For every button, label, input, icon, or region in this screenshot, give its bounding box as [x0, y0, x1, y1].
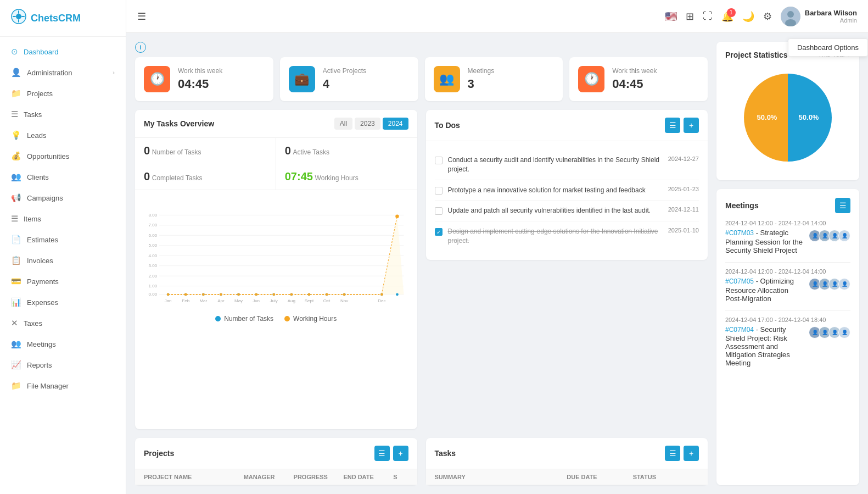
meeting-avatar: 👤	[838, 278, 850, 290]
meeting-date: 2024-12-04 12:00 - 2024-12-04 14:00	[725, 268, 850, 275]
todo-checkbox[interactable]	[435, 207, 443, 215]
meetings-side-card: Meetings ☰ 2024-12-04 12:00 - 2024-12-04…	[716, 189, 859, 485]
apps-grid-icon[interactable]: ⊞	[686, 10, 694, 23]
campaigns-icon: 📢	[11, 193, 21, 203]
notifications-icon[interactable]: 🔔 1	[721, 10, 733, 23]
stat-icon-meetings: 👥	[434, 66, 460, 92]
meeting-title: #C07M05 - Optimizing Resource Allocation…	[725, 277, 804, 303]
svg-text:8.00: 8.00	[148, 213, 157, 218]
meeting-avatar: 👤	[838, 326, 850, 338]
meeting-divider	[725, 262, 850, 263]
sidebar-item-label: Expenses	[27, 298, 58, 307]
svg-text:Oct: Oct	[323, 298, 331, 303]
filter-tab-2023[interactable]: 2023	[355, 118, 380, 130]
sidebar-item-file-manager[interactable]: 📁 File Manager	[0, 375, 126, 396]
projects-icon: 📁	[11, 88, 21, 98]
sidebar-item-items[interactable]: ☰ Items	[0, 208, 126, 229]
completed-tasks-label: Completed Tasks	[152, 174, 203, 182]
tasks-list-button[interactable]: ☰	[665, 446, 680, 461]
fullscreen-icon[interactable]: ⛶	[703, 10, 713, 22]
todo-date: 2024-12-27	[668, 156, 699, 162]
svg-text:Dec: Dec	[378, 298, 385, 303]
opportunities-icon: 💰	[11, 151, 21, 161]
hamburger-menu-button[interactable]: ☰	[137, 10, 146, 23]
svg-text:Mar: Mar	[199, 298, 207, 303]
meeting-avatar: 👤	[838, 230, 850, 242]
invoices-icon: 📋	[11, 256, 21, 265]
todo-text: Conduct a security audit and identify vu…	[448, 156, 663, 174]
svg-point-41	[220, 293, 222, 296]
settings-icon[interactable]: ⚙	[763, 10, 772, 23]
meeting-link[interactable]: #C07M05	[725, 277, 754, 285]
user-profile[interactable]: Barbara Wilson Admin	[781, 7, 857, 26]
sidebar-item-projects[interactable]: 📁 Projects	[0, 83, 126, 104]
active-tasks-label: Active Tasks	[293, 148, 329, 156]
filter-tab-all[interactable]: All	[334, 118, 352, 130]
projects-title: Projects	[144, 449, 174, 458]
sidebar-item-reports[interactable]: 📈 Reports	[0, 354, 126, 375]
sidebar-item-opportunities[interactable]: 💰 Opportunities	[0, 146, 126, 166]
svg-text:0.00: 0.00	[148, 292, 157, 297]
meeting-item: 2024-12-04 12:00 - 2024-12-04 14:00 #C07…	[725, 268, 850, 303]
svg-text:July: July	[270, 298, 278, 303]
svg-text:3.00: 3.00	[148, 263, 157, 268]
payments-icon: 💳	[11, 276, 21, 286]
todo-checkbox[interactable]	[435, 187, 443, 195]
sidebar-item-label: Items	[24, 215, 41, 223]
stat-label: Active Projects	[323, 67, 366, 75]
projects-table-header: Project Name Manager Progress End Date S	[135, 469, 417, 485]
sidebar-item-taxes[interactable]: ✕ Taxes	[0, 313, 126, 334]
svg-point-1	[16, 14, 21, 19]
active-tasks-value: 0	[285, 145, 291, 157]
sidebar-item-clients[interactable]: 👥 Clients	[0, 166, 126, 187]
svg-point-46	[308, 293, 311, 296]
meeting-link[interactable]: #C07M03	[725, 229, 754, 237]
right-side-panel: Project Statistics This Year ▾ 50.0%	[716, 42, 859, 485]
sidebar-item-expenses[interactable]: 📊 Expenses	[0, 292, 126, 313]
todos-list-button[interactable]: ☰	[665, 118, 680, 133]
sidebar-item-leads[interactable]: 💡 Leads	[0, 125, 126, 146]
todo-checkbox[interactable]	[435, 157, 443, 164]
todo-item: Conduct a security audit and identify vu…	[435, 150, 699, 180]
flag-icon[interactable]: 🇺🇸	[665, 10, 677, 23]
items-icon: ☰	[11, 214, 18, 224]
project-statistics-card: Project Statistics This Year ▾ 50.0%	[716, 42, 859, 180]
sidebar-item-estimates[interactable]: 📄 Estimates	[0, 229, 126, 250]
todo-checkbox-checked[interactable]: ✓	[435, 228, 443, 236]
chevron-right-icon: ›	[113, 69, 115, 76]
main-area: ☰ 🇺🇸 ⊞ ⛶ 🔔 1 🌙 ⚙	[126, 0, 868, 494]
sidebar-item-invoices[interactable]: 📋 Invoices	[0, 250, 126, 271]
todos-action-buttons: ☰ +	[665, 118, 699, 133]
todos-add-button[interactable]: +	[684, 118, 699, 133]
meetings-list-button[interactable]: ☰	[835, 198, 850, 213]
info-icon[interactable]: i	[135, 42, 146, 53]
filter-tabs: All 2023 2024	[334, 118, 408, 130]
user-name: Barbara Wilson	[805, 9, 857, 17]
tasks-add-button[interactable]: +	[684, 446, 699, 461]
projects-list-button[interactable]: ☰	[374, 446, 390, 461]
dashboard-options-label[interactable]: Dashboard Options	[797, 43, 859, 52]
projects-add-button[interactable]: +	[393, 446, 408, 461]
dark-mode-icon[interactable]: 🌙	[742, 10, 754, 23]
meeting-link[interactable]: #C07M04	[725, 326, 754, 334]
svg-text:6.00: 6.00	[148, 233, 157, 238]
logo[interactable]: ChetsCRM	[0, 0, 126, 37]
logo-text: ChetsCRM	[31, 13, 81, 24]
working-hours-label: Working Hours	[315, 174, 359, 182]
file-manager-icon: 📁	[11, 381, 21, 391]
meetings-side-title: Meetings	[725, 201, 759, 210]
sidebar-item-payments[interactable]: 💳 Payments	[0, 271, 126, 292]
svg-text:Nov: Nov	[340, 298, 348, 303]
stat-icon-clock: 🕐	[144, 66, 170, 92]
svg-text:Sept: Sept	[305, 298, 314, 303]
administration-icon: 👤	[11, 68, 21, 77]
sidebar-item-campaigns[interactable]: 📢 Campaigns	[0, 187, 126, 208]
svg-text:Apr: Apr	[217, 298, 225, 303]
sidebar-item-dashboard[interactable]: ⊙ Dashboard	[0, 41, 126, 62]
meetings-icon: 👥	[11, 339, 21, 349]
sidebar-item-administration[interactable]: 👤 Administration ›	[0, 62, 126, 83]
filter-tab-2024[interactable]: 2024	[383, 118, 408, 130]
sidebar-item-tasks[interactable]: ☰ Tasks	[0, 104, 126, 125]
meeting-date: 2024-12-04 17:00 - 2024-12-04 18:40	[725, 317, 850, 323]
sidebar-item-meetings[interactable]: 👥 Meetings	[0, 334, 126, 354]
